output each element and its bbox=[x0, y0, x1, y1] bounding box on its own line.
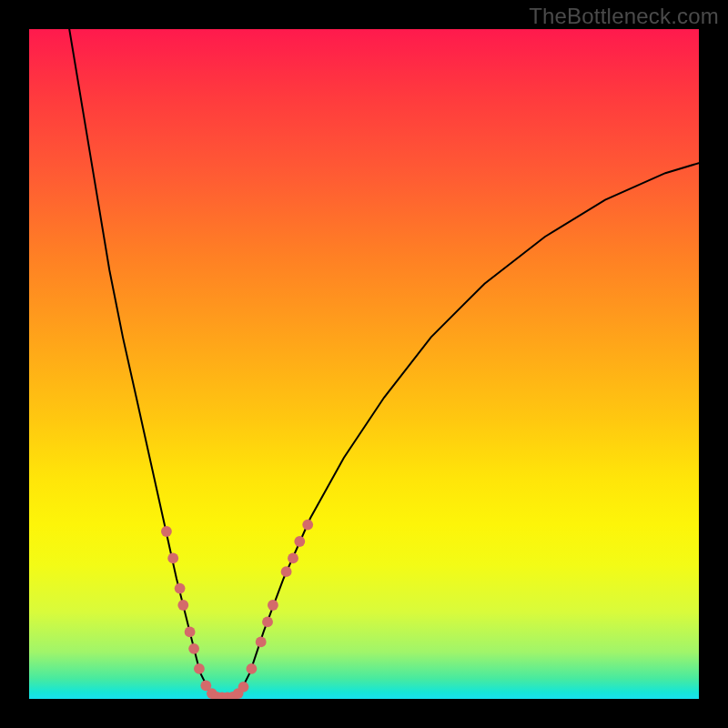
data-dot bbox=[281, 566, 292, 577]
chart-svg bbox=[29, 29, 699, 699]
data-dot bbox=[238, 682, 249, 693]
v-curve bbox=[69, 29, 699, 699]
data-dot bbox=[294, 536, 305, 547]
data-dot bbox=[262, 617, 273, 628]
data-dot bbox=[247, 663, 258, 674]
data-dot bbox=[188, 643, 199, 654]
data-dot bbox=[161, 526, 172, 537]
chart-frame: TheBottleneck.com bbox=[0, 0, 728, 728]
data-dot bbox=[288, 553, 298, 564]
watermark-text: TheBottleneck.com bbox=[529, 4, 719, 29]
data-dot bbox=[167, 553, 178, 564]
data-dot bbox=[256, 637, 267, 648]
data-dot bbox=[177, 600, 188, 611]
data-dot bbox=[175, 583, 186, 594]
data-dots-group bbox=[161, 520, 313, 699]
data-dot bbox=[302, 520, 313, 531]
data-dot bbox=[185, 627, 196, 638]
data-dot bbox=[194, 663, 205, 674]
data-dot bbox=[268, 600, 278, 611]
